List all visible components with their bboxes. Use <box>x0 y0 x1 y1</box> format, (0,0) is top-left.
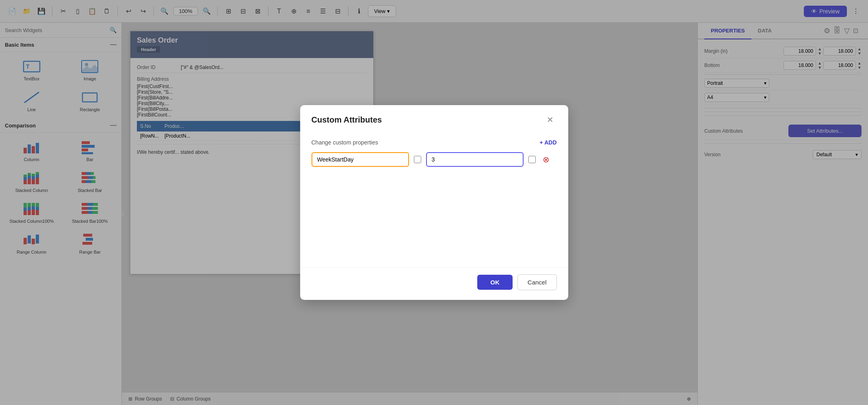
attr-value-input[interactable] <box>426 152 524 167</box>
modal-footer: OK Cancel <box>300 267 568 300</box>
modal-close-button[interactable]: ✕ <box>544 113 557 126</box>
attr-name-input[interactable] <box>312 152 409 167</box>
attr-delete-button[interactable]: ⊗ <box>541 154 552 165</box>
modal-body: Change custom properties + ADD ⊗ <box>300 133 568 267</box>
modal-overlay[interactable]: Custom Attributes ✕ Change custom proper… <box>0 0 868 405</box>
attr-name-checkbox[interactable] <box>414 156 421 163</box>
section-text: Change custom properties <box>312 139 378 146</box>
attr-value-checkbox[interactable] <box>528 156 536 163</box>
modal-title: Custom Attributes <box>312 115 382 125</box>
add-attribute-button[interactable]: + ADD <box>540 139 557 146</box>
custom-attributes-modal: Custom Attributes ✕ Change custom proper… <box>300 105 568 300</box>
attribute-row-1: ⊗ <box>312 152 557 167</box>
ok-button[interactable]: OK <box>477 275 513 290</box>
modal-section-label: Change custom properties + ADD <box>312 139 557 146</box>
cancel-button[interactable]: Cancel <box>517 274 557 290</box>
modal-header: Custom Attributes ✕ <box>300 105 568 133</box>
